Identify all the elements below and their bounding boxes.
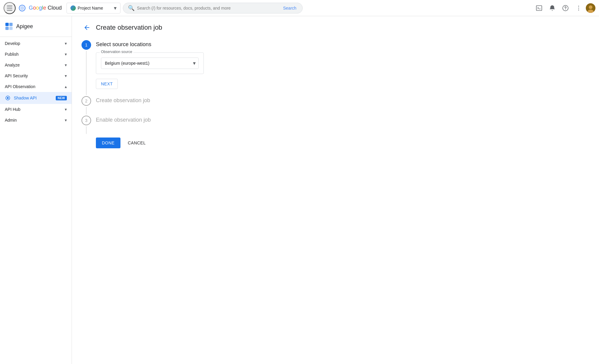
- step-1-title: Select source locations: [96, 41, 589, 48]
- sidebar-item-shadow-api[interactable]: Shadow API NEW: [0, 92, 72, 104]
- search-input[interactable]: [137, 6, 280, 10]
- shadow-api-icon: [5, 95, 11, 101]
- svg-rect-11: [5, 27, 9, 30]
- step-2-circle: 2: [82, 96, 91, 106]
- svg-rect-12: [9, 27, 13, 30]
- step-2-content: Create observation job: [96, 96, 589, 116]
- stepper: 1 Select source locations Observation so…: [82, 40, 589, 135]
- svg-point-14: [7, 97, 9, 99]
- svg-point-7: [589, 5, 592, 9]
- google-cloud-logo[interactable]: Google Cloud: [18, 4, 62, 12]
- shadow-api-left: Shadow API: [5, 95, 37, 101]
- step-2-indicator: 2: [82, 96, 91, 116]
- observation-source-select[interactable]: Belgium (europe-west1) US East (us-east1…: [101, 58, 199, 69]
- help-icon: [562, 5, 569, 11]
- step-2-line: [86, 107, 87, 114]
- help-icon-button[interactable]: [559, 2, 571, 14]
- develop-chevron-icon: ▾: [65, 41, 67, 46]
- sidebar-item-api-hub[interactable]: API Hub ▾: [0, 104, 72, 115]
- step-1-indicator: 1: [82, 40, 91, 96]
- svg-point-5: [578, 10, 579, 10]
- bell-icon: [549, 5, 556, 11]
- step-1-content: Select source locations Observation sour…: [96, 40, 589, 96]
- api-hub-chevron-icon: ▾: [65, 107, 67, 112]
- apigee-logo-icon: [5, 22, 13, 31]
- sidebar-item-develop[interactable]: Develop ▾: [0, 38, 72, 49]
- notifications-icon-button[interactable]: [546, 2, 558, 14]
- main-content: Create observation job 1 Select source l…: [72, 16, 599, 364]
- top-nav: Google Cloud Project Name ▾ 🔍 Search: [0, 0, 599, 16]
- sidebar-app-name: Apigee: [16, 23, 33, 30]
- project-dot-icon: [70, 5, 76, 11]
- next-button[interactable]: NEXT: [96, 79, 118, 89]
- hamburger-menu-button[interactable]: [4, 2, 16, 14]
- page-header: Create observation job: [82, 22, 589, 33]
- api-observation-chevron-icon: ▴: [65, 84, 67, 89]
- shadow-api-badge: NEW: [56, 96, 67, 100]
- step-3-section: 3 Enable observation job: [82, 116, 589, 135]
- observation-source-select-wrapper: Belgium (europe-west1) US East (us-east1…: [101, 58, 199, 69]
- avatar-image: [586, 3, 595, 13]
- step-3-circle: 3: [82, 116, 91, 125]
- sidebar: Apigee Develop ▾ Publish ▾ Analyze ▾ API…: [0, 16, 72, 364]
- more-vert-icon: [575, 5, 582, 11]
- fieldset-label: Observation source: [100, 50, 133, 54]
- admin-chevron-icon: ▾: [65, 118, 67, 123]
- analyze-chevron-icon: ▾: [65, 63, 67, 67]
- project-selector[interactable]: Project Name ▾: [67, 3, 120, 13]
- sidebar-divider: [0, 37, 72, 37]
- google-cloud-logo-icon: [18, 4, 26, 12]
- sidebar-item-analyze[interactable]: Analyze ▾: [0, 60, 72, 70]
- svg-rect-9: [5, 23, 9, 26]
- step-1-line: [86, 51, 87, 95]
- back-button[interactable]: [82, 22, 92, 33]
- step-3-line: [86, 126, 87, 134]
- page-title: Create observation job: [96, 24, 162, 31]
- sidebar-item-admin[interactable]: Admin ▾: [0, 115, 72, 126]
- svg-rect-0: [536, 5, 542, 10]
- more-options-icon-button[interactable]: [573, 2, 585, 14]
- search-icon: 🔍: [128, 5, 135, 11]
- back-arrow-icon: [83, 24, 90, 31]
- logo-text: Google Cloud: [29, 5, 62, 11]
- publish-chevron-icon: ▾: [65, 52, 67, 57]
- search-button[interactable]: Search: [282, 6, 298, 10]
- terminal-icon: [536, 5, 542, 11]
- search-bar: 🔍 Search: [123, 3, 303, 13]
- svg-point-4: [578, 7, 579, 8]
- step-3-title: Enable observation job: [96, 117, 589, 123]
- svg-point-2: [565, 9, 566, 10]
- svg-point-3: [578, 6, 579, 7]
- done-button[interactable]: DONE: [96, 138, 120, 148]
- step-3-indicator: 3: [82, 116, 91, 135]
- observation-source-fieldset: Observation source Belgium (europe-west1…: [96, 52, 204, 74]
- terminal-icon-button[interactable]: [533, 2, 545, 14]
- step-2-section: 2 Create observation job: [82, 96, 589, 116]
- bottom-actions: DONE CANCEL: [82, 138, 589, 148]
- project-name-label: Project Name: [78, 6, 112, 10]
- user-avatar[interactable]: [586, 3, 595, 13]
- hamburger-icon: [7, 6, 12, 10]
- step-3-content: Enable observation job: [96, 116, 589, 135]
- sidebar-logo: Apigee: [0, 19, 72, 35]
- sidebar-item-publish[interactable]: Publish ▾: [0, 49, 72, 60]
- step-1-circle: 1: [82, 40, 91, 50]
- app-layout: Apigee Develop ▾ Publish ▾ Analyze ▾ API…: [0, 16, 599, 364]
- nav-icons: [533, 2, 595, 14]
- api-security-chevron-icon: ▾: [65, 73, 67, 78]
- project-selector-chevron-icon: ▾: [114, 5, 117, 11]
- svg-rect-10: [9, 23, 13, 26]
- step-1-section: 1 Select source locations Observation so…: [82, 40, 589, 96]
- cancel-button[interactable]: CANCEL: [125, 138, 148, 148]
- sidebar-item-api-observation[interactable]: API Observation ▴: [0, 81, 72, 92]
- sidebar-item-api-security[interactable]: API Security ▾: [0, 70, 72, 81]
- step-2-title: Create observation job: [96, 97, 589, 104]
